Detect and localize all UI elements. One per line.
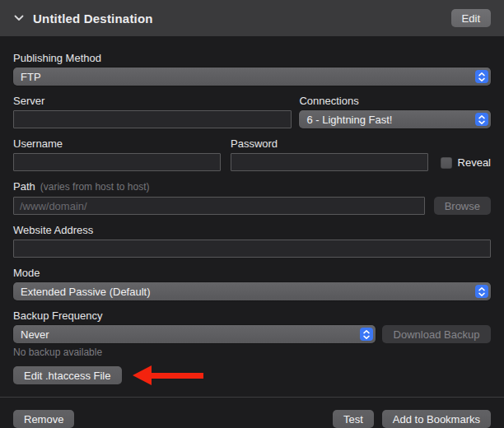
reveal-checkbox[interactable] bbox=[441, 157, 452, 169]
chevron-up-down-icon bbox=[360, 328, 373, 341]
backup-frequency-label: Backup Frequency bbox=[13, 309, 491, 322]
edit-button[interactable]: Edit bbox=[451, 9, 491, 27]
backup-popup-wrap: Never bbox=[13, 325, 376, 343]
htaccess-row: Edit .htaccess File bbox=[13, 365, 491, 385]
footer-bar: Remove Test Add to Bookmarks bbox=[0, 397, 504, 428]
header-bar: Untitled Destination Edit bbox=[0, 0, 504, 36]
path-input-wrap bbox=[13, 197, 425, 215]
connections-label: Connections bbox=[299, 95, 491, 107]
mode-section: Mode Extended Passive (Default) bbox=[13, 267, 491, 300]
credentials-row: Username Password Reveal bbox=[13, 137, 491, 171]
connections-select[interactable]: 6 - Lightning Fast! bbox=[299, 110, 491, 128]
chevron-down-icon[interactable] bbox=[13, 12, 25, 24]
publishing-method-value: FTP bbox=[21, 71, 41, 83]
chevron-up-down-icon bbox=[475, 113, 488, 126]
form-content: Publishing Method FTP Server Connections… bbox=[0, 36, 504, 388]
path-hint: (varies from host to host) bbox=[40, 181, 150, 193]
test-button[interactable]: Test bbox=[333, 410, 374, 428]
publishing-method-label: Publishing Method bbox=[13, 52, 491, 64]
reveal-group: Reveal bbox=[436, 156, 491, 171]
mode-value: Extended Passive (Default) bbox=[21, 286, 151, 298]
username-input[interactable] bbox=[13, 153, 221, 171]
password-field-group: Password bbox=[231, 137, 428, 171]
backup-row: Never Download Backup bbox=[13, 325, 491, 343]
path-input[interactable] bbox=[13, 197, 425, 215]
chevron-up-down-icon bbox=[475, 70, 488, 83]
password-label: Password bbox=[231, 137, 428, 150]
add-to-bookmarks-button[interactable]: Add to Bookmarks bbox=[382, 410, 491, 428]
server-connections-row: Server Connections 6 - Lightning Fast! bbox=[13, 95, 491, 128]
remove-button[interactable]: Remove bbox=[13, 410, 74, 428]
mode-select[interactable]: Extended Passive (Default) bbox=[13, 282, 491, 300]
edit-htaccess-button[interactable]: Edit .htaccess File bbox=[13, 366, 122, 384]
server-field-group: Server bbox=[13, 95, 292, 128]
server-input[interactable] bbox=[13, 110, 292, 128]
backup-frequency-section: Backup Frequency Never Download Backup N… bbox=[13, 309, 491, 358]
destination-title: Untitled Destination bbox=[33, 12, 153, 26]
website-address-label: Website Address bbox=[13, 224, 491, 236]
mode-label: Mode bbox=[13, 267, 491, 279]
server-label: Server bbox=[13, 95, 292, 107]
publishing-method-select[interactable]: FTP bbox=[13, 67, 491, 86]
backup-status-text: No backup available bbox=[13, 347, 491, 358]
path-row: Browse bbox=[13, 197, 491, 215]
connections-field-group: Connections 6 - Lightning Fast! bbox=[299, 95, 491, 128]
connections-value: 6 - Lightning Fast! bbox=[306, 114, 392, 126]
path-label: Path bbox=[13, 180, 35, 193]
path-section: Path(varies from host to host) Browse bbox=[13, 180, 491, 215]
backup-frequency-select[interactable]: Never bbox=[13, 325, 376, 343]
backup-frequency-value: Never bbox=[21, 328, 49, 341]
download-backup-button[interactable]: Download Backup bbox=[382, 325, 491, 343]
username-field-group: Username bbox=[13, 137, 221, 171]
reveal-label: Reveal bbox=[458, 156, 491, 169]
destination-panel: Untitled Destination Edit Publishing Met… bbox=[0, 0, 504, 428]
username-label: Username bbox=[13, 137, 221, 150]
website-address-section: Website Address bbox=[13, 224, 491, 258]
red-arrow-left-icon bbox=[133, 365, 203, 385]
password-input[interactable] bbox=[231, 153, 428, 171]
red-arrow-shaft bbox=[152, 373, 203, 379]
red-arrow-head bbox=[133, 365, 152, 385]
browse-button[interactable]: Browse bbox=[434, 197, 491, 215]
publishing-method-section: Publishing Method FTP bbox=[13, 52, 491, 86]
path-label-row: Path(varies from host to host) bbox=[13, 180, 491, 193]
website-address-input[interactable] bbox=[13, 240, 491, 258]
chevron-up-down-icon bbox=[475, 285, 488, 298]
